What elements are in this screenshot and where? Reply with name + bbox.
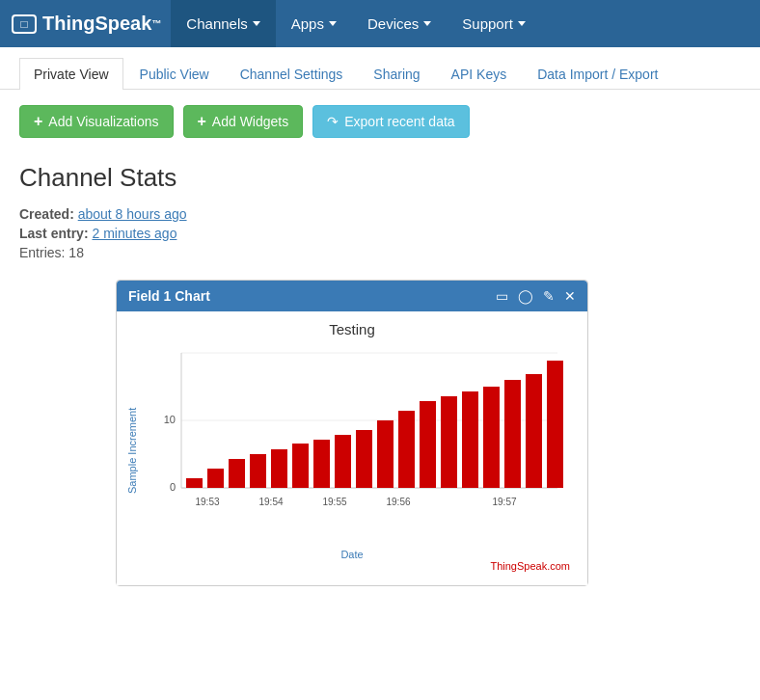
entries-label: Entries:: [19, 245, 65, 260]
navbar: □ ThingSpeak™ Channels Apps Devices Supp…: [0, 0, 760, 47]
close-icon[interactable]: ✕: [564, 288, 576, 304]
svg-rect-17: [398, 411, 415, 488]
stat-entries: Entries: 18: [19, 245, 741, 260]
chart-card-icons: ▭ ◯ ✎ ✕: [496, 288, 576, 304]
chart-card: Field 1 Chart ▭ ◯ ✎ ✕ Testing Sample Inc…: [116, 280, 588, 586]
add-widgets-button[interactable]: + Add Widgets: [183, 105, 304, 138]
svg-rect-21: [483, 387, 500, 488]
expand-icon[interactable]: ▭: [496, 288, 508, 304]
svg-rect-15: [356, 430, 372, 488]
svg-rect-18: [420, 401, 436, 488]
svg-rect-22: [504, 380, 521, 488]
plus-icon-2: +: [198, 113, 206, 130]
entries-value: 18: [68, 245, 84, 260]
chart-watermark: ThingSpeak.com: [126, 560, 578, 576]
chart-title: Testing: [126, 321, 578, 337]
svg-rect-23: [526, 374, 542, 488]
export-icon: ↷: [327, 114, 339, 129]
svg-rect-7: [186, 478, 203, 488]
tab-private-view[interactable]: Private View: [19, 58, 123, 90]
channels-caret-icon: [253, 21, 260, 26]
created-value[interactable]: about 8 hours ago: [78, 206, 187, 222]
apps-caret-icon: [329, 21, 337, 26]
nav-support[interactable]: Support: [447, 0, 541, 47]
devices-caret-icon: [423, 21, 431, 26]
svg-rect-10: [250, 454, 266, 488]
chart-card-title: Field 1 Chart: [128, 288, 210, 304]
svg-text:10: 10: [164, 414, 176, 425]
tabs-container: Private View Public View Channel Setting…: [0, 57, 760, 90]
stat-last-entry: Last entry: 2 minutes ago: [19, 226, 741, 241]
chart-card-header: Field 1 Chart ▭ ◯ ✎ ✕: [117, 281, 587, 311]
bar-chart-svg: 0 10: [142, 343, 578, 555]
plus-icon: +: [34, 113, 42, 130]
toolbar: + Add Visualizations + Add Widgets ↷ Exp…: [0, 90, 760, 153]
last-entry-label: Last entry:: [19, 226, 89, 241]
svg-rect-13: [313, 440, 330, 488]
svg-rect-24: [547, 361, 563, 488]
stat-created: Created: about 8 hours ago: [19, 206, 741, 222]
svg-text:19:53: 19:53: [195, 497, 219, 507]
svg-rect-9: [229, 459, 245, 488]
svg-text:19:55: 19:55: [322, 497, 346, 507]
add-visualizations-button[interactable]: + Add Visualizations: [19, 105, 174, 138]
svg-rect-12: [292, 444, 309, 488]
nav-channels[interactable]: Channels: [171, 0, 275, 47]
svg-rect-14: [335, 435, 351, 488]
svg-text:0: 0: [170, 481, 176, 493]
trademark: ™: [151, 18, 161, 29]
svg-rect-8: [207, 469, 224, 488]
svg-rect-16: [377, 420, 394, 488]
svg-rect-20: [462, 391, 478, 488]
y-axis-label: Sample Increment: [126, 343, 138, 558]
tab-public-view[interactable]: Public View: [125, 58, 224, 90]
tab-data-import-export[interactable]: Data Import / Export: [523, 58, 672, 90]
support-caret-icon: [518, 21, 526, 26]
chart-body: Testing Sample Increment 0 10: [117, 311, 587, 585]
logo-icon: □: [12, 14, 37, 34]
nav-apps[interactable]: Apps: [276, 0, 352, 47]
svg-text:19:57: 19:57: [492, 497, 516, 507]
brand-name: ThingSpeak: [42, 13, 151, 35]
nav-devices[interactable]: Devices: [352, 0, 447, 47]
tab-sharing[interactable]: Sharing: [359, 58, 434, 90]
created-label: Created:: [19, 206, 74, 222]
svg-text:19:54: 19:54: [258, 497, 283, 507]
main-content: Channel Stats Created: about 8 hours ago…: [0, 153, 760, 606]
svg-rect-19: [441, 396, 457, 488]
svg-rect-11: [271, 449, 287, 488]
edit-icon[interactable]: ✎: [543, 288, 555, 304]
tab-channel-settings[interactable]: Channel Settings: [226, 58, 358, 90]
svg-text:19:56: 19:56: [386, 497, 410, 507]
export-recent-data-button[interactable]: ↷ Export recent data: [312, 105, 469, 138]
tab-api-keys[interactable]: API Keys: [437, 58, 522, 90]
comment-icon[interactable]: ◯: [518, 288, 533, 304]
last-entry-value[interactable]: 2 minutes ago: [92, 226, 176, 241]
brand-logo[interactable]: □ ThingSpeak™: [12, 13, 161, 35]
channel-stats-title: Channel Stats: [19, 163, 741, 193]
